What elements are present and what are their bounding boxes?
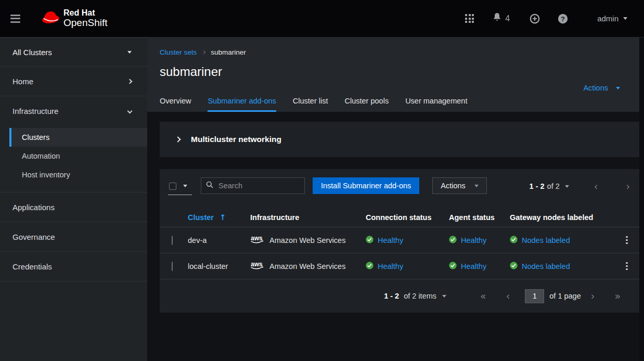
row-kebab-menu-icon[interactable]: [624, 260, 630, 273]
prev-page-icon[interactable]: ‹: [503, 291, 513, 302]
cluster-perspective-selector[interactable]: All Clusters: [0, 38, 147, 66]
notifications-button[interactable]: 4: [493, 12, 510, 24]
sidebar-item-infrastructure[interactable]: Infrastructure: [0, 96, 147, 125]
caret-down-icon: [474, 185, 479, 187]
sidebar-item-label: Home: [12, 77, 33, 86]
next-page-icon[interactable]: ›: [588, 291, 598, 302]
sidebar-item-credentials[interactable]: Credentials: [0, 252, 147, 281]
connection-status-link[interactable]: Healthy: [378, 262, 403, 270]
bell-icon: [493, 12, 501, 24]
tab-cluster-list[interactable]: Cluster list: [293, 97, 328, 112]
caret-down-icon[interactable]: [565, 185, 569, 188]
page-number-input[interactable]: [525, 289, 544, 303]
page-actions-dropdown[interactable]: Actions: [580, 83, 623, 93]
row-checkbox[interactable]: [172, 262, 173, 271]
sidebar-item-applications[interactable]: Applications: [0, 192, 147, 222]
cluster-name: dev-a: [188, 236, 250, 244]
svg-text:aws: aws: [251, 261, 263, 268]
aws-icon: aws: [250, 234, 265, 246]
user-menu[interactable]: admin: [594, 14, 630, 23]
table-actions-dropdown[interactable]: Actions: [432, 177, 487, 194]
chevron-down-icon: [127, 108, 133, 113]
sort-ascending-icon: ↑: [220, 213, 226, 222]
table-row: local-cluster aws Amazon Web Servic: [160, 253, 639, 279]
agent-status-link[interactable]: Healthy: [461, 236, 486, 244]
tab-user-management[interactable]: User management: [405, 97, 467, 112]
sidebar-nav: All Clusters Home Infrastructure Cluster…: [0, 37, 147, 361]
gateway-nodes-link[interactable]: Nodes labeled: [522, 262, 570, 270]
brand-line2: OpenShift: [63, 18, 108, 28]
sidebar-item-clusters[interactable]: Clusters: [9, 128, 147, 147]
page-header: Cluster sets submariner submariner Actio…: [147, 37, 639, 112]
pagination-range: 1 - 2: [384, 292, 399, 300]
row-checkbox[interactable]: [172, 236, 173, 245]
infrastructure-label: Amazon Web Services: [269, 236, 345, 244]
username: admin: [597, 14, 619, 23]
svg-text:aws: aws: [251, 235, 263, 242]
sidebar-item-label: Credentials: [12, 262, 52, 271]
page-content: Multicluster networking: [147, 112, 639, 361]
redhat-fedora-icon: [41, 10, 61, 27]
sidebar-infrastructure-submenu: Clusters Automation Host inventory: [0, 125, 147, 192]
main-area: Cluster sets submariner submariner Actio…: [147, 37, 639, 361]
breadcrumb-cluster-sets-link[interactable]: Cluster sets: [160, 48, 197, 56]
clusters-table: Cluster ↑ Infrastructure Connection stat…: [160, 208, 639, 279]
add-plus-circle-icon[interactable]: [530, 14, 540, 24]
actions-label: Actions: [441, 182, 466, 190]
next-page-icon[interactable]: ›: [623, 181, 633, 192]
breadcrumb: Cluster sets submariner: [160, 48, 639, 56]
row-kebab-menu-icon[interactable]: [624, 234, 630, 247]
multicluster-networking-expand-toggle[interactable]: Multicluster networking: [160, 122, 639, 157]
sidebar-item-automation[interactable]: Automation: [9, 147, 147, 165]
tab-cluster-pools[interactable]: Cluster pools: [345, 97, 389, 112]
app-root: Red Hat OpenShift 4: [0, 0, 644, 361]
check-circle-icon: [510, 262, 518, 271]
tab-overview[interactable]: Overview: [160, 97, 191, 112]
last-page-icon[interactable]: »: [611, 291, 624, 302]
bulk-select-toggle[interactable]: [168, 177, 192, 195]
column-header-cluster[interactable]: Cluster ↑: [188, 213, 250, 222]
section-title: Multicluster networking: [191, 135, 281, 144]
gateway-nodes-link[interactable]: Nodes labeled: [522, 236, 570, 244]
bottom-pagination: 1 - 2 of 2 items « ‹ of 1 page › »: [160, 279, 639, 313]
sidebar-item-label: Applications: [12, 203, 55, 212]
redhat-openshift-logo[interactable]: Red Hat OpenShift: [41, 9, 108, 28]
table-header-row: Cluster ↑ Infrastructure Connection stat…: [160, 208, 639, 227]
caret-down-icon: [127, 51, 132, 54]
check-circle-icon: [366, 236, 373, 245]
sidebar-item-label: Governance: [12, 233, 55, 241]
brand-line1: Red Hat: [63, 9, 108, 18]
column-header-infrastructure: Infrastructure: [250, 213, 366, 222]
scrollbar-track[interactable]: [639, 37, 644, 361]
check-circle-icon: [449, 236, 457, 245]
aws-icon: aws: [250, 260, 265, 272]
help-question-circle-icon[interactable]: ?: [558, 14, 568, 24]
search-input[interactable]: [217, 181, 300, 190]
pagination-of: of 2: [547, 182, 560, 190]
install-submariner-addons-button[interactable]: Install Submariner add-ons: [313, 177, 419, 194]
sidebar-item-label: Infrastructure: [12, 107, 58, 115]
check-circle-icon: [449, 262, 457, 271]
caret-down-icon[interactable]: [442, 295, 446, 298]
bulk-select-checkbox[interactable]: [169, 183, 176, 190]
column-header-agent-status: Agent status: [449, 213, 510, 222]
app-launcher-icon[interactable]: [465, 14, 474, 23]
submariner-addons-table-card: Install Submariner add-ons Actions 1 - 2…: [160, 169, 639, 313]
sidebar-item-governance[interactable]: Governance: [0, 222, 147, 251]
sidebar-item-host-inventory[interactable]: Host inventory: [9, 165, 147, 184]
connection-status-link[interactable]: Healthy: [378, 236, 403, 244]
check-circle-icon: [510, 236, 518, 245]
hamburger-menu-icon[interactable]: [10, 12, 20, 24]
notification-count: 4: [505, 14, 510, 23]
search-box: [201, 177, 305, 194]
pagination-range: 1 - 2: [530, 182, 545, 190]
prev-page-icon[interactable]: ‹: [591, 181, 601, 192]
check-circle-icon: [366, 262, 373, 271]
cluster-name: local-cluster: [188, 262, 250, 270]
tab-submariner-addons[interactable]: Submariner add-ons: [208, 97, 276, 112]
first-page-icon[interactable]: «: [477, 291, 490, 302]
sidebar-item-home[interactable]: Home: [0, 67, 147, 96]
agent-status-link[interactable]: Healthy: [461, 262, 486, 270]
chevron-right-icon: [202, 50, 205, 54]
chevron-right-icon: [175, 136, 181, 142]
